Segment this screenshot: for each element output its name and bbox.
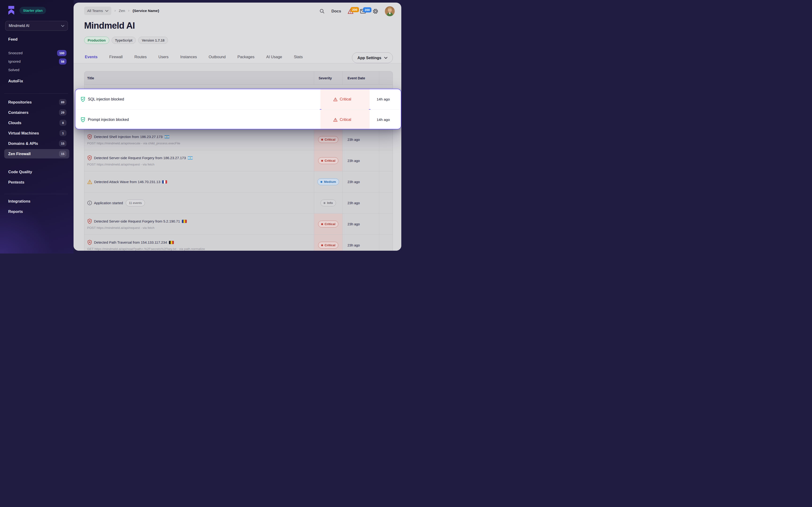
severity-cell: Critical — [320, 97, 369, 101]
app-settings-button[interactable]: App Settings — [352, 52, 393, 63]
table-row[interactable]: Application started 11 events Info 23h a… — [84, 192, 393, 214]
sidebar-item-domains-apis[interactable]: Domains & APIs 15 — [4, 139, 69, 148]
inbox-count-badge: 200 — [363, 7, 371, 12]
sidebar-item-integrations[interactable]: Integrations — [4, 196, 69, 206]
tab-ai-usage[interactable]: AI Usage — [266, 55, 282, 64]
sidebar: Starter plan Mindmeld AI Feed Snoozed 10… — [0, 0, 73, 253]
severity-badge: Critical — [318, 157, 339, 164]
sidebar-item-code-quality[interactable]: Code Quality — [4, 167, 69, 176]
argentina-flag-icon — [188, 156, 193, 160]
info-circle-icon — [87, 201, 92, 205]
docs-link[interactable]: Docs — [331, 9, 341, 14]
table-row[interactable]: Detected Server-side Request Forgery fro… — [84, 214, 393, 235]
chevron-down-icon — [61, 25, 64, 27]
shield-x-icon — [87, 134, 92, 139]
alert-triangle-icon — [333, 118, 338, 122]
breadcrumb-service: {Service Name} — [133, 9, 159, 13]
belgium-flag-icon — [169, 241, 174, 244]
highlighted-row-prompt-injection[interactable]: Prompt injection blocked Critical 14h ag… — [75, 110, 401, 129]
event-date: 23h ago — [342, 192, 379, 213]
chevron-down-icon — [384, 57, 388, 59]
severity-badge: Critical — [318, 221, 339, 227]
severity-cell: Critical — [320, 118, 369, 122]
event-date: 23h ago — [342, 129, 379, 150]
inbox-button[interactable]: 200 — [360, 9, 366, 14]
alerts-button[interactable]: 200 — [348, 8, 354, 14]
table-row[interactable]: Detected Attack Wave from 146.70.231.13 … — [84, 171, 393, 192]
chevron-down-icon — [105, 10, 108, 12]
highlighted-events-overlay: SQL injection blocked Critical 14h ago P… — [75, 89, 401, 129]
table-row[interactable]: Detected Path Traversal from 154.133.117… — [84, 235, 393, 251]
sidebar-item-containers[interactable]: Containers 29 — [4, 108, 69, 117]
shield-check-icon — [80, 97, 86, 102]
warning-triangle-icon — [87, 180, 92, 184]
shield-x-icon — [87, 155, 92, 161]
table-header: Title Severity Event Date — [84, 71, 393, 85]
sidebar-item-ignored[interactable]: Ignored 56 — [4, 57, 69, 66]
sidebar-divider — [4, 194, 68, 194]
shield-x-icon — [87, 219, 92, 224]
tab-stats[interactable]: Stats — [294, 55, 303, 64]
tab-packages[interactable]: Packages — [237, 55, 254, 64]
alert-triangle-icon — [333, 97, 338, 101]
tab-instances[interactable]: Instances — [180, 55, 197, 64]
plan-badge: Starter plan — [19, 7, 46, 14]
shield-x-icon — [87, 240, 92, 245]
brand-logo-icon — [8, 6, 15, 15]
event-date: 23h ago — [342, 214, 379, 234]
page-title: Mindmeld AI — [84, 21, 135, 31]
sidebar-item-solved[interactable]: Solved — [4, 65, 69, 75]
argentina-flag-icon — [164, 135, 169, 138]
column-header-title[interactable]: Title — [84, 71, 314, 85]
tab-events[interactable]: Events — [85, 55, 98, 64]
ignored-count-badge: 56 — [59, 58, 66, 64]
sidebar-item-snoozed[interactable]: Snoozed 100 — [4, 48, 69, 58]
table-row[interactable]: Detected Server-side Request Forgery fro… — [84, 150, 393, 171]
request-detail: GET https://mindmeld.ai/api/read?path=.%… — [87, 247, 314, 251]
tab-outbound[interactable]: Outbound — [209, 55, 225, 64]
sidebar-item-virtual-machines[interactable]: Virtual Machines 1 — [4, 128, 69, 138]
event-date: 23h ago — [342, 150, 379, 171]
org-selector[interactable]: Mindmeld AI — [5, 21, 68, 31]
version-badge: Version 1.7.18 — [138, 37, 168, 44]
tab-users[interactable]: Users — [158, 55, 168, 64]
romania-flag-icon — [182, 220, 187, 223]
breadcrumb-team-dropdown[interactable]: All Teams — [84, 7, 111, 15]
severity-badge: Medium — [317, 178, 339, 185]
table-row[interactable]: Detected Shell Injection from 186.23.27.… — [84, 129, 393, 150]
avatar[interactable] — [385, 6, 395, 16]
sidebar-item-zen-firewall[interactable]: Zen Firewall 15 — [4, 149, 69, 158]
search-icon[interactable] — [319, 8, 325, 14]
france-flag-icon — [162, 180, 167, 183]
event-date: 23h ago — [342, 171, 379, 192]
severity-badge: Critical — [318, 136, 339, 143]
event-date: 23h ago — [342, 235, 379, 251]
alert-count-badge: 200 — [351, 7, 359, 12]
sidebar-item-clouds[interactable]: Clouds 8 — [4, 118, 69, 127]
snoozed-count-badge: 100 — [57, 50, 66, 56]
severity-badge: Info — [320, 200, 336, 206]
breadcrumb-project[interactable]: Zen — [119, 9, 125, 13]
sidebar-item-repositories[interactable]: Repositories 89 — [4, 97, 69, 107]
tab-bar: Events Firewall Routes Users Instances O… — [85, 55, 303, 64]
sidebar-item-reports[interactable]: Reports — [4, 207, 69, 216]
gear-icon[interactable] — [372, 8, 378, 14]
main-content: All Teams › Zen › {Service Name} Docs 20… — [73, 3, 401, 251]
language-badge: TypeScript — [112, 37, 136, 44]
event-date: 14h ago — [369, 118, 401, 122]
highlighted-row-sql-injection[interactable]: SQL injection blocked Critical 14h ago — [75, 89, 401, 109]
sidebar-item-autofix[interactable]: AutoFix — [8, 79, 23, 83]
tab-firewall[interactable]: Firewall — [109, 55, 123, 64]
events-count-chip[interactable]: 11 events — [126, 200, 145, 206]
request-detail: POST https://mindmeld.ai/api/request - v… — [87, 226, 314, 230]
tab-routes[interactable]: Routes — [135, 55, 147, 64]
breadcrumb: All Teams › Zen › {Service Name} — [84, 7, 159, 15]
column-header-severity[interactable]: Severity — [314, 71, 342, 85]
request-detail: POST https://mindmeld.ai/api/execute - v… — [87, 142, 314, 145]
shield-check-icon — [80, 117, 86, 122]
breadcrumb-separator: › — [128, 8, 130, 13]
request-detail: POST https://mindmeld.ai/api/request - v… — [87, 163, 314, 166]
sidebar-item-pentests[interactable]: Pentests — [4, 177, 69, 187]
severity-badge: Critical — [318, 242, 339, 248]
column-header-event-date[interactable]: Event Date — [342, 71, 379, 85]
